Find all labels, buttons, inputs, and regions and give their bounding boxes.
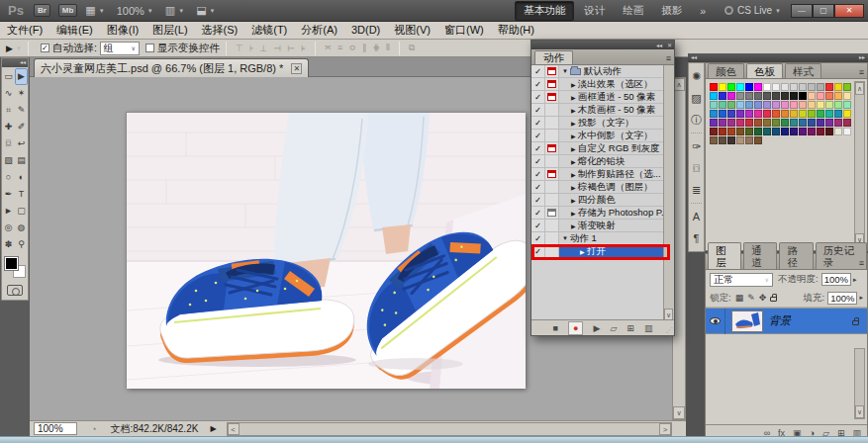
- resize-grip-icon[interactable]: ⋰: [666, 326, 673, 334]
- action-label-area[interactable]: ▶投影（文字）: [559, 117, 674, 129]
- stop-playing-icon[interactable]: ■: [553, 323, 558, 333]
- toggle-item-on-icon[interactable]: ✓: [531, 232, 545, 244]
- color-swatch[interactable]: [745, 110, 753, 118]
- color-swatch[interactable]: [763, 101, 771, 109]
- document-tab[interactable]: 六小灵童网店美工.psd @ 66.7% (图层 1, RGB/8) * ✕: [34, 58, 309, 77]
- color-swatch[interactable]: [763, 83, 771, 91]
- layer-comps-panel-icon[interactable]: ≣: [689, 179, 704, 201]
- blur-tool[interactable]: ○: [2, 169, 15, 186]
- lock-icon[interactable]: ✥: [759, 293, 767, 303]
- action-label-area[interactable]: ▶存储为 Photoshop P...: [559, 207, 674, 219]
- dialog-toggle-icon[interactable]: [545, 232, 559, 244]
- color-swatch[interactable]: [817, 101, 824, 109]
- color-swatch[interactable]: [745, 92, 753, 100]
- color-swatch[interactable]: [843, 101, 851, 109]
- action-row[interactable]: ✓▶四分颜色: [531, 194, 674, 207]
- bridge-button[interactable]: Br: [34, 4, 50, 17]
- color-swatch[interactable]: [710, 110, 718, 118]
- expand-arrow-icon[interactable]: ▶: [571, 81, 576, 88]
- color-swatch[interactable]: [825, 110, 833, 118]
- color-swatch[interactable]: [719, 128, 726, 135]
- expand-arrow-icon[interactable]: ▶: [571, 94, 576, 101]
- action-label-area[interactable]: ▶熔化的铅块: [559, 155, 674, 167]
- color-swatch[interactable]: [843, 83, 851, 91]
- maximize-button[interactable]: ▢: [813, 4, 834, 18]
- action-row[interactable]: ✓▶熔化的铅块: [531, 155, 674, 168]
- action-label-area[interactable]: ▼动作 1: [559, 232, 674, 244]
- dialog-toggle-icon[interactable]: [545, 104, 559, 116]
- layer-thumbnail[interactable]: [731, 310, 763, 332]
- color-swatch[interactable]: [843, 92, 851, 100]
- color-swatch[interactable]: [825, 128, 833, 135]
- workspace-button[interactable]: 基本功能: [515, 1, 574, 21]
- color-swatch[interactable]: [781, 83, 789, 91]
- layers-scrollbar[interactable]: ∨: [854, 348, 865, 419]
- menu-item[interactable]: 图层(L): [145, 22, 194, 39]
- color-swatch[interactable]: [834, 83, 842, 91]
- actions-scrollbar[interactable]: ∨: [663, 65, 674, 321]
- auto-align-layers-button[interactable]: ⧉: [409, 43, 415, 53]
- color-swatch[interactable]: [754, 101, 762, 109]
- dialog-toggle-icon[interactable]: [545, 207, 559, 219]
- dialog-toggle-icon[interactable]: [545, 142, 559, 154]
- color-swatch[interactable]: [834, 128, 842, 135]
- color-swatch[interactable]: [808, 83, 816, 91]
- lasso-tool[interactable]: ∿: [2, 85, 15, 102]
- color-swatch[interactable]: [772, 110, 780, 118]
- delete-icon[interactable]: ▥: [644, 323, 653, 333]
- menu-item[interactable]: 帮助(H): [491, 22, 541, 39]
- color-swatch[interactable]: [772, 119, 780, 127]
- toggle-item-on-icon[interactable]: ✓: [531, 207, 545, 219]
- tab-通道[interactable]: 通道: [743, 242, 777, 269]
- color-swatch[interactable]: [799, 83, 807, 91]
- play-selection-icon[interactable]: ▶: [593, 323, 600, 333]
- color-swatch[interactable]: [790, 83, 798, 91]
- show-transform-checkbox[interactable]: [145, 44, 154, 52]
- color-swatch[interactable]: [719, 110, 726, 118]
- 3d-rotate-tool[interactable]: ◎: [2, 220, 15, 236]
- crop-tool[interactable]: ⌗: [2, 102, 15, 119]
- align-icon[interactable]: ⊧: [301, 44, 306, 53]
- tab-图层[interactable]: 图层: [708, 242, 741, 269]
- color-swatch[interactable]: [754, 92, 762, 100]
- color-swatch[interactable]: [817, 128, 824, 135]
- scroll-left-icon[interactable]: <: [228, 423, 240, 435]
- distribute-icon[interactable]: ∥: [362, 43, 367, 53]
- opacity-field[interactable]: 100%: [821, 273, 851, 286]
- color-swatch[interactable]: [799, 92, 807, 100]
- action-row[interactable]: ✓▶水中倒影（文字）: [531, 130, 674, 142]
- action-row[interactable]: ✓▶木质画框 - 50 像素: [531, 104, 674, 117]
- expand-dock-icon[interactable]: ▸▸: [705, 53, 868, 62]
- dialog-toggle-icon[interactable]: [545, 91, 559, 103]
- workspace-button[interactable]: 绘画: [615, 2, 651, 20]
- color-swatch[interactable]: [834, 92, 842, 100]
- expand-arrow-icon[interactable]: ▶: [571, 145, 576, 152]
- fill-field[interactable]: 100%: [827, 292, 857, 305]
- dialog-toggle-icon[interactable]: [545, 130, 559, 141]
- status-flyout-icon[interactable]: ▶: [210, 424, 216, 433]
- panel-menu-icon[interactable]: ≡: [666, 53, 671, 63]
- collapse-panel-icon[interactable]: ◂◂: [2, 58, 28, 67]
- dialog-toggle-icon[interactable]: [545, 220, 559, 231]
- panel-menu-icon[interactable]: ≡: [859, 258, 864, 268]
- action-label-area[interactable]: ▶淡出效果（选区）: [559, 78, 674, 90]
- color-swatch[interactable]: [781, 92, 789, 100]
- masks-panel-icon[interactable]: ▨: [689, 87, 704, 109]
- hand-tool[interactable]: ✽: [2, 236, 15, 253]
- menu-item[interactable]: 窗口(W): [437, 22, 491, 39]
- color-swatch[interactable]: [710, 92, 718, 100]
- dialog-toggle-icon[interactable]: [545, 65, 559, 77]
- align-icon[interactable]: ⊣: [273, 44, 281, 53]
- color-swatch[interactable]: [817, 83, 824, 91]
- begin-recording-icon[interactable]: ●: [568, 321, 583, 335]
- workspace-button[interactable]: 设计: [576, 2, 613, 20]
- color-swatch[interactable]: [710, 101, 718, 109]
- path-selection-tool[interactable]: ►: [2, 203, 15, 220]
- panel-menu-icon[interactable]: ≡: [859, 67, 864, 77]
- fill-stepper-icon[interactable]: ▸: [859, 294, 863, 302]
- color-swatch[interactable]: [745, 83, 753, 91]
- action-label-area[interactable]: ▶四分颜色: [559, 194, 674, 206]
- expand-arrow-icon[interactable]: ▶: [571, 222, 576, 229]
- align-icon[interactable]: ⊥: [259, 44, 267, 53]
- new-action-icon[interactable]: ⊞: [627, 323, 634, 333]
